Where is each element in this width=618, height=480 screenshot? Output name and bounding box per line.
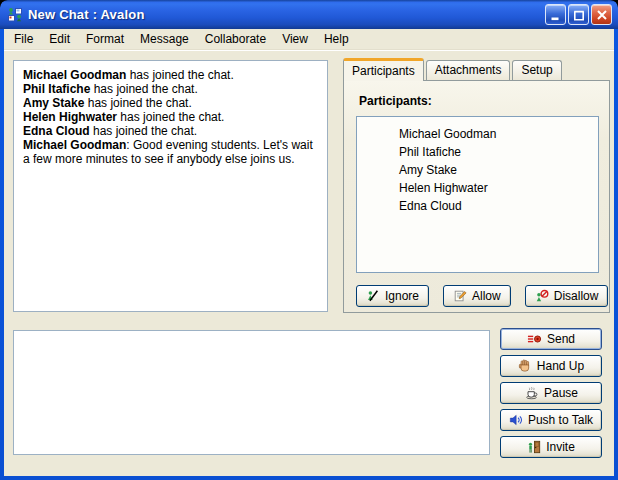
person-slash-icon — [366, 289, 380, 303]
app-window: New Chat : Avalon File Edit Format — [0, 0, 618, 480]
speaker-icon — [509, 413, 523, 427]
participant-item[interactable]: Edna Cloud — [399, 197, 594, 215]
hand-up-button[interactable]: Hand Up — [500, 355, 602, 377]
app-icon — [7, 7, 23, 23]
tab-bar: Participants Attachments Setup — [343, 58, 562, 81]
composer-input[interactable] — [13, 330, 490, 455]
participant-item[interactable]: Amy Stake — [399, 161, 594, 179]
chat-message: Helen Highwater has joined the chat. — [23, 110, 318, 124]
participant-item[interactable]: Michael Goodman — [399, 125, 594, 143]
send-button[interactable]: Send — [500, 328, 602, 350]
participant-item[interactable]: Helen Highwater — [399, 179, 594, 197]
push-to-talk-button[interactable]: Push to Talk — [500, 409, 602, 431]
menu-item[interactable]: File — [6, 29, 41, 49]
person-no-icon — [535, 289, 549, 303]
coffee-cup-icon — [524, 386, 539, 400]
chat-message: Michael Goodman has joined the chat. — [23, 68, 318, 82]
window-body: File Edit Format Message Collaborate Vie… — [4, 29, 614, 476]
lines-record-icon — [527, 332, 542, 346]
maximize-icon — [571, 7, 587, 23]
tab[interactable]: Participants — [343, 58, 424, 81]
minimize-button[interactable] — [545, 4, 566, 25]
disallow-button[interactable]: Disallow — [525, 285, 609, 307]
person-door-icon — [527, 440, 541, 454]
minimize-icon — [548, 7, 564, 23]
menu-item[interactable]: View — [274, 29, 316, 49]
chat-message: Edna Cloud has joined the chat. — [23, 124, 318, 138]
chat-message: Phil Itafiche has joined the chat. — [23, 82, 318, 96]
participants-tab-page: Participants: Michael Goodman Phil Itafi… — [343, 80, 610, 313]
tab[interactable]: Setup — [512, 60, 561, 80]
window-frame: File Edit Format Message Collaborate Vie… — [0, 29, 618, 480]
tab[interactable]: Attachments — [426, 60, 511, 80]
menu-item[interactable]: Help — [316, 29, 357, 49]
close-button[interactable] — [591, 4, 612, 25]
menu-bar: File Edit Format Message Collaborate Vie… — [4, 29, 614, 50]
menu-item[interactable]: Collaborate — [197, 29, 274, 49]
maximize-button[interactable] — [568, 4, 589, 25]
menu-item[interactable]: Edit — [41, 29, 78, 49]
chat-message: Michael Goodman: Good evening students. … — [23, 138, 318, 166]
allow-button[interactable]: Allow — [443, 285, 511, 307]
participants-heading: Participants: — [359, 94, 432, 108]
chat-message: Amy Stake has joined the chat. — [23, 96, 318, 110]
notepad-pencil-icon — [453, 289, 467, 303]
titlebar[interactable]: New Chat : Avalon — [0, 0, 618, 29]
close-icon — [594, 7, 610, 23]
pause-button[interactable]: Pause — [500, 382, 602, 404]
menu-item[interactable]: Message — [132, 29, 197, 49]
window-title: New Chat : Avalon — [28, 7, 545, 22]
chat-transcript: Michael Goodman has joined the chat. Phi… — [13, 60, 328, 312]
action-buttons: Send Hand Up — [500, 328, 602, 458]
menu-item[interactable]: Format — [78, 29, 132, 49]
invite-button[interactable]: Invite — [500, 436, 602, 458]
raised-hand-icon — [518, 359, 532, 373]
moderation-buttons: Ignore Allow — [356, 285, 608, 307]
participants-list[interactable]: Michael Goodman Phil Itafiche Amy Stake … — [356, 116, 599, 273]
participant-item[interactable]: Phil Itafiche — [399, 143, 594, 161]
ignore-button[interactable]: Ignore — [356, 285, 429, 307]
